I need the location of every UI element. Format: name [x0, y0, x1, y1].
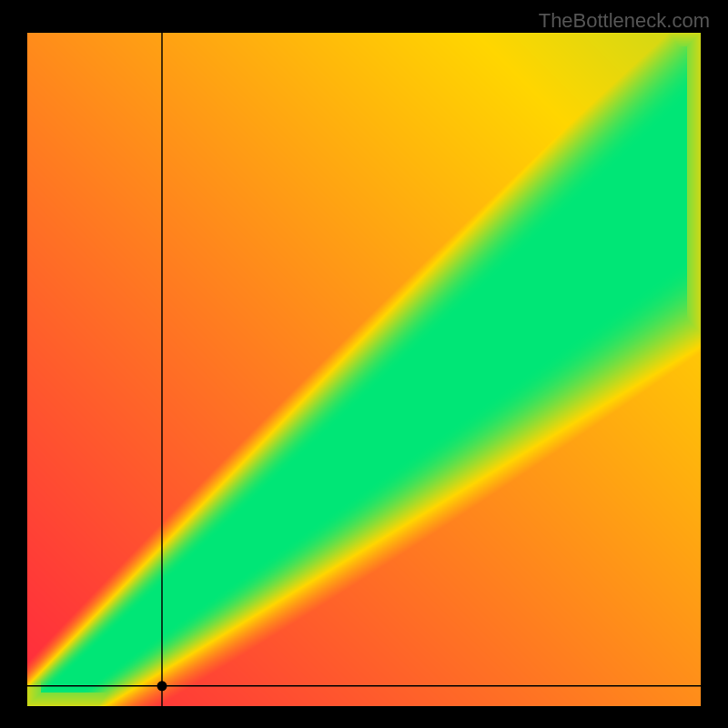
heatmap-canvas [0, 0, 728, 728]
watermark-text: TheBottleneck.com [539, 9, 710, 33]
bottleneck-heatmap: TheBottleneck.com [0, 0, 728, 728]
